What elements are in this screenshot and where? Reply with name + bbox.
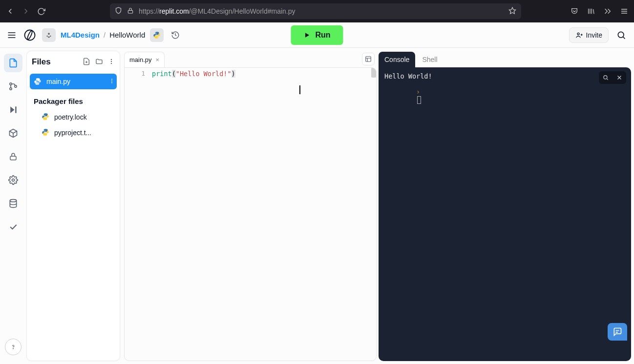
code-paren-open: ( — [172, 70, 176, 78]
console-tabs: Console Shell — [379, 51, 631, 67]
reload-button[interactable] — [37, 7, 45, 16]
breadcrumb: ML4Design / HelloWorld — [61, 31, 145, 39]
svg-point-18 — [12, 179, 15, 182]
layout-button[interactable] — [362, 53, 375, 65]
svg-point-5 — [50, 35, 51, 37]
new-file-icon[interactable] — [83, 58, 90, 67]
header-search-button[interactable] — [614, 28, 628, 42]
svg-point-2 — [25, 30, 35, 40]
svg-point-26 — [111, 82, 112, 83]
python-icon — [42, 113, 49, 122]
svg-point-20 — [13, 348, 14, 349]
svg-point-12 — [10, 83, 12, 85]
svg-rect-17 — [10, 156, 16, 160]
svg-rect-16 — [15, 106, 16, 113]
svg-point-4 — [46, 35, 48, 37]
browser-right-icons — [571, 7, 628, 15]
svg-point-24 — [111, 79, 112, 80]
pkg-name: pyproject.t... — [54, 129, 91, 137]
svg-marker-9 — [305, 33, 309, 37]
pocket-icon[interactable] — [571, 7, 578, 15]
app-header: ML4Design / HelloWorld Run Invite — [0, 22, 634, 48]
file-item-main[interactable]: main.py — [30, 74, 117, 89]
editor-tab-main[interactable]: main.py × — [124, 52, 165, 67]
line-number: 1 — [125, 70, 145, 77]
files-header: Files — [27, 51, 120, 73]
svg-point-14 — [15, 85, 17, 87]
help-button[interactable] — [5, 339, 21, 355]
pkg-item-pyproject[interactable]: pyproject.t... — [27, 125, 120, 141]
sidebar-item-packages[interactable] — [4, 124, 22, 142]
sidebar-item-secrets[interactable] — [4, 147, 22, 166]
sidebar-item-version-control[interactable] — [4, 77, 22, 96]
sidebar-item-tests[interactable] — [4, 218, 22, 236]
back-button[interactable] — [6, 7, 15, 16]
svg-point-3 — [48, 33, 50, 35]
console-body[interactable]: Hello World! › — [379, 67, 631, 361]
overflow-icon[interactable] — [604, 7, 612, 15]
file-name: main.py — [46, 78, 70, 85]
console-cursor — [417, 96, 421, 104]
library-icon[interactable] — [587, 7, 595, 15]
svg-point-10 — [577, 33, 579, 35]
sidebar-item-settings[interactable] — [4, 171, 22, 189]
browser-chrome: https://replit.com/@ML4Design/HelloWorld… — [0, 0, 634, 22]
breadcrumb-project[interactable]: HelloWorld — [109, 31, 145, 39]
svg-point-23 — [111, 62, 112, 63]
run-button[interactable]: Run — [291, 25, 343, 45]
url-text: https://replit.com/@ML4Design/HelloWorld… — [139, 7, 504, 15]
tab-console[interactable]: Console — [379, 52, 415, 67]
close-tab-icon[interactable]: × — [156, 56, 160, 63]
bookmark-icon[interactable] — [508, 7, 516, 16]
pkg-item-poetry-lock[interactable]: poetry.lock — [27, 109, 120, 125]
file-item-menu-icon[interactable] — [109, 78, 115, 85]
gutter: 1 — [125, 68, 152, 361]
vertical-sidebar — [0, 48, 26, 364]
console-output: Hello World! — [384, 72, 625, 80]
language-badge[interactable] — [150, 28, 164, 42]
sidebar-item-debugger[interactable] — [4, 101, 22, 119]
hamburger-menu[interactable] — [6, 29, 18, 41]
svg-rect-27 — [366, 57, 371, 62]
chat-fab[interactable] — [608, 323, 627, 341]
forward-button[interactable] — [21, 7, 30, 16]
code-fn: print — [152, 70, 172, 78]
console-prompt: › — [416, 88, 420, 96]
editor-body[interactable]: 1 print("Hello World!") — [124, 67, 377, 361]
invite-label: Invite — [586, 31, 602, 39]
svg-point-28 — [604, 76, 607, 79]
editor-tab-label: main.py — [129, 56, 152, 63]
console-search-icon[interactable] — [599, 71, 613, 84]
invite-button[interactable]: Invite — [569, 27, 609, 43]
url-bar[interactable]: https://replit.com/@ML4Design/HelloWorld… — [110, 3, 521, 19]
scrollbar[interactable] — [371, 68, 376, 78]
code-string: "Hello World!" — [176, 70, 232, 78]
svg-point-22 — [111, 61, 112, 61]
svg-marker-15 — [10, 106, 14, 113]
sidebar-item-database[interactable] — [4, 194, 22, 213]
console-clear-icon[interactable] — [613, 71, 626, 84]
code-paren-close: ) — [232, 70, 235, 78]
replit-logo[interactable] — [22, 28, 37, 42]
history-button[interactable] — [169, 28, 182, 42]
packager-header: Packager files — [27, 90, 120, 109]
text-cursor — [299, 85, 300, 94]
browser-nav-buttons — [6, 7, 45, 16]
svg-rect-6 — [48, 36, 50, 38]
sidebar-item-files[interactable] — [4, 54, 22, 72]
code-area[interactable]: print("Hello World!") — [152, 68, 376, 361]
svg-point-19 — [10, 200, 16, 202]
files-panel: Files main.py Packager files — [26, 51, 120, 361]
tab-shell[interactable]: Shell — [416, 52, 443, 67]
svg-point-8 — [158, 37, 158, 38]
svg-point-11 — [618, 32, 624, 38]
profile-badge[interactable] — [42, 28, 56, 42]
breadcrumb-owner[interactable]: ML4Design — [61, 31, 100, 39]
menu-icon[interactable] — [620, 7, 628, 15]
files-title: Files — [32, 57, 79, 67]
svg-marker-1 — [509, 7, 515, 14]
files-menu-icon[interactable] — [108, 58, 115, 66]
console-actions — [599, 71, 626, 84]
new-folder-icon[interactable] — [95, 58, 103, 67]
console-panel: Console Shell Hello World! › — [379, 51, 631, 361]
